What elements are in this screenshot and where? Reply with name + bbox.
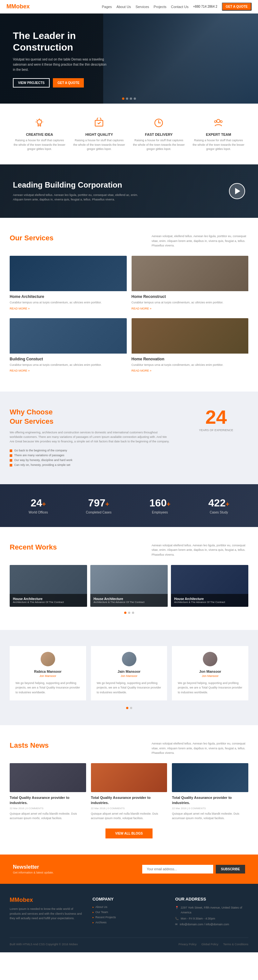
view-all-blogs-button[interactable]: VIEW ALL BLOGS bbox=[106, 829, 152, 838]
testimonials-section: Rabica Mansoor Jon Mansoor We go beyond … bbox=[0, 630, 258, 725]
news-image-2 bbox=[172, 763, 248, 792]
works-dot-1[interactable] bbox=[124, 612, 127, 614]
nav-cta-button[interactable]: GET A QUOTE bbox=[222, 3, 252, 11]
service-readmore-2[interactable]: READ MORE » bbox=[10, 369, 127, 372]
service-info-1: Home Reconstruct Curabitur tempus urna a… bbox=[131, 291, 248, 313]
footer-link-about[interactable]: About Us bbox=[93, 905, 166, 908]
works-dot-3[interactable] bbox=[132, 612, 134, 614]
news-title: Lasts News bbox=[10, 741, 49, 749]
work-card-0[interactable]: House Architecture Architecture & The Ad… bbox=[10, 565, 87, 607]
nav-phone: +880 714 2864 2 bbox=[193, 5, 217, 8]
news-description: Aenean volutpat eleifend tellus. Aenean … bbox=[152, 741, 248, 755]
logo[interactable]: MMobex bbox=[6, 3, 30, 10]
delivery-icon bbox=[152, 116, 165, 129]
footer-company-title: COMPANY bbox=[93, 897, 166, 902]
services-header: Our Services Aenean volutpat, eleifend t… bbox=[10, 234, 248, 248]
service-desc-0: Curabitur tempus urna at turpis condimen… bbox=[10, 301, 127, 305]
testi-dot-1[interactable] bbox=[126, 707, 128, 709]
why-choose-right: 24 YEARS OF EXPERIENCE bbox=[184, 408, 248, 468]
service-card-1: Home Reconstruct Curabitur tempus urna a… bbox=[131, 256, 248, 313]
newsletter-email-input[interactable] bbox=[142, 865, 213, 873]
newsletter-section: Newsletter Get information & latest upda… bbox=[0, 854, 258, 884]
feature-delivery-desc: Raising a house for stuff that captures … bbox=[133, 138, 185, 151]
service-readmore-0[interactable]: READ MORE » bbox=[10, 307, 127, 310]
hero-buttons: VIEW PROJECTS GET A QUOTE bbox=[13, 78, 110, 88]
testimonials-grid: Rabica Mansoor Jon Mansoor We go beyond … bbox=[10, 646, 248, 700]
footer-terms-link[interactable]: Terms & Conditions bbox=[223, 943, 248, 946]
nav-about[interactable]: About Us bbox=[116, 5, 131, 9]
svg-point-0 bbox=[37, 120, 42, 124]
service-readmore-3[interactable]: READ MORE » bbox=[131, 369, 248, 372]
work-card-2[interactable]: House Architecture Architecture & The Ad… bbox=[171, 565, 248, 607]
footer-links-list: About Us Our Team Recent Projects Archiv… bbox=[93, 905, 166, 924]
service-card-3: Home Renovation Curabitur tempus urna at… bbox=[131, 318, 248, 376]
nav-projects[interactable]: Projects bbox=[154, 5, 167, 9]
footer-address-line-2: ✉info@domain.com / info@domain.com bbox=[175, 922, 248, 927]
footer-link-archives[interactable]: Archives bbox=[93, 921, 166, 924]
newsletter-subscribe-button[interactable]: SUBSCRIBE bbox=[216, 865, 245, 873]
news-image-1 bbox=[91, 763, 167, 792]
newsletter-form: SUBSCRIBE bbox=[142, 865, 245, 873]
avatar-0 bbox=[41, 652, 55, 666]
hero-title: The Leader in Construction bbox=[13, 30, 110, 53]
newsletter-subtitle: Get information & latest update. bbox=[13, 871, 54, 874]
work-sub-2: Architecture & The Advance Of The Contra… bbox=[174, 601, 245, 604]
play-button[interactable] bbox=[229, 183, 245, 199]
service-readmore-1[interactable]: READ MORE » bbox=[131, 307, 248, 310]
hero-dot-1[interactable] bbox=[122, 97, 125, 100]
hero-dot-3[interactable] bbox=[130, 97, 132, 100]
service-name-0: Home Architecture bbox=[10, 294, 127, 299]
footer-link-team[interactable]: Our Team bbox=[93, 910, 166, 914]
stat-3: 422+ Cases Study bbox=[208, 497, 229, 514]
works-dot-2[interactable] bbox=[128, 612, 130, 614]
service-image-2 bbox=[10, 318, 127, 353]
hero-dot-2[interactable] bbox=[126, 97, 128, 100]
location-icon: 📍 bbox=[175, 905, 179, 910]
footer-address-line-0: 📍2297 York Street, Fifth Avenue, United … bbox=[175, 905, 248, 915]
bullet-icon-2 bbox=[10, 459, 12, 462]
get-quote-button[interactable]: GET A QUOTE bbox=[53, 78, 84, 88]
hero-section: The Leader in Construction Volutpat leo … bbox=[0, 14, 258, 103]
nav-contact[interactable]: Contact Us bbox=[171, 5, 188, 9]
work-sub-1: Architecture & The Advance Of The Contra… bbox=[93, 601, 165, 604]
navbar: MMobex Pages About Us Services Projects … bbox=[0, 0, 258, 14]
recent-works-title: Recent Works bbox=[10, 543, 57, 552]
work-card-1[interactable]: House Architecture Architecture & The Ad… bbox=[90, 565, 168, 607]
footer-about-col: MMobex Lorem ipsum is needed to know the… bbox=[10, 897, 83, 928]
footer-global-policy-link[interactable]: Global Policy bbox=[201, 943, 218, 946]
news-title-0: Total Quality Assurance provider to indu… bbox=[10, 795, 86, 805]
news-card-0: Total Quality Assurance provider to indu… bbox=[10, 763, 86, 821]
work-overlay-2: House Architecture Architecture & The Ad… bbox=[171, 594, 248, 607]
testi-text-2: We go beyond helping, supporting and pro… bbox=[178, 681, 242, 695]
stat-num-0: 24+ bbox=[29, 497, 48, 509]
why-point-1: There are many variations of passages bbox=[10, 453, 171, 457]
work-title-2: House Architecture bbox=[174, 597, 245, 601]
news-meta-2: 22 Mar 2016 | 0 COMMENTS bbox=[172, 807, 248, 810]
feature-creative-idea: CREATIVE IDEA Raising a house for stuff … bbox=[13, 116, 66, 151]
hero-dot-4[interactable] bbox=[134, 97, 136, 100]
feature-expert-team-title: EXPERT TEAM bbox=[192, 132, 245, 137]
work-title-1: House Architecture bbox=[93, 597, 165, 601]
stats-section: 24+ World Offices 797+ Completed Cases 1… bbox=[0, 484, 258, 527]
why-choose-left: Why Choose Our Services We offering engi… bbox=[10, 408, 171, 468]
nav-pages[interactable]: Pages bbox=[102, 5, 112, 9]
footer-logo: MMobex bbox=[10, 897, 83, 904]
years-number: 24 bbox=[184, 408, 248, 427]
view-projects-button[interactable]: VIEW PROJECTS bbox=[13, 78, 50, 88]
footer-privacy-link[interactable]: Privacy Policy bbox=[178, 943, 196, 946]
works-grid: House Architecture Architecture & The Ad… bbox=[10, 565, 248, 607]
testi-role-1: Jon Mansoor bbox=[97, 675, 162, 678]
hero-dots bbox=[122, 97, 136, 100]
footer-link-1: Our Team bbox=[93, 910, 166, 914]
footer-link-2: Recent Projects bbox=[93, 916, 166, 919]
testi-dot-2[interactable] bbox=[130, 707, 132, 709]
why-point-2: Our way by honesty, discipline and hard … bbox=[10, 458, 171, 462]
footer-link-projects[interactable]: Recent Projects bbox=[93, 916, 166, 919]
work-title-0: House Architecture bbox=[13, 597, 84, 601]
services-description: Aenean volutpat, eleifend tellus. Aenean… bbox=[152, 234, 248, 248]
nav-services[interactable]: Services bbox=[135, 5, 149, 9]
news-meta-0: 22 Mar 2016 | 0 COMMENTS bbox=[10, 807, 86, 810]
features-section: CREATIVE IDEA Raising a house for stuff … bbox=[0, 103, 258, 164]
stat-label-2: Employees bbox=[149, 511, 170, 514]
feature-delivery: FAST DELIVERY Raising a house for stuff … bbox=[133, 116, 185, 151]
